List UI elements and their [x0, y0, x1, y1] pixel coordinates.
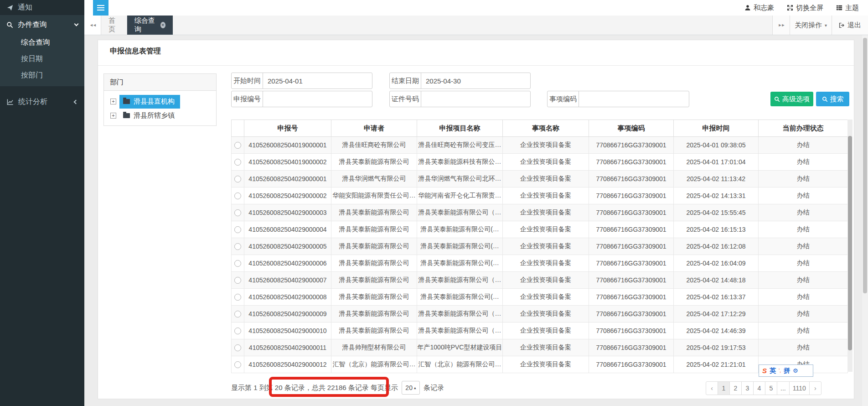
cell-project: 滑县芙泰新能源有限公司（… [417, 204, 503, 221]
row-radio[interactable] [234, 159, 241, 166]
page-scrollbar[interactable] [862, 35, 868, 406]
cell-code: 770866716GG37309001 [589, 187, 674, 204]
cell-code: 770866716GG37309001 [589, 272, 674, 289]
tabbar-right: ►► 关闭操作 ▾ 退出 [772, 16, 868, 35]
sidebar-item-notice[interactable]: 通知 [0, 0, 84, 15]
tabs-scroll-left-button[interactable]: ◄◄ [84, 16, 101, 35]
double-chevron-right-icon: ►► [778, 23, 785, 27]
theme-menu[interactable]: 主题 [836, 4, 859, 12]
scrollbar-thumb[interactable] [848, 136, 852, 350]
row-radio[interactable] [234, 243, 241, 250]
ime-pinyin-toggle[interactable]: 拼 [784, 367, 790, 375]
row-radio[interactable] [234, 361, 241, 368]
cell-item: 企业投资项目备案 [503, 323, 589, 339]
tree-item-wrap[interactable]: 滑县所辖乡镇 [119, 109, 180, 123]
row-radio[interactable] [234, 294, 241, 301]
search-button[interactable]: 搜索 [816, 92, 849, 106]
search-icon [6, 21, 13, 28]
scrollbar-thumb[interactable] [863, 38, 867, 293]
row-radio[interactable] [234, 344, 241, 351]
tab-zonghe-chaxun[interactable]: 综合查询 ✕ [127, 16, 173, 35]
row-radio[interactable] [234, 193, 241, 199]
divider [98, 65, 854, 66]
cell-applicant: 滑县芙泰新能源有限公司 [331, 272, 417, 289]
caret-up-icon: ▴ [414, 385, 416, 390]
page-prev-button[interactable]: ‹ [706, 381, 718, 395]
start-date-input[interactable] [263, 73, 372, 88]
user-menu[interactable]: 和志豪 [744, 4, 774, 12]
row-radio[interactable] [234, 328, 241, 334]
sidebar-item-stats[interactable]: 统计分析 [0, 94, 84, 110]
sidebar-item-zonghe-chaxun[interactable]: 综合查询 [0, 34, 84, 51]
tree-item-county-direct[interactable]: + 滑县县直机构 [110, 94, 216, 109]
cell-applicant: 滑县帅翔型材有限公司 [331, 339, 417, 356]
cell-time: 2025-04-02 16:13:37 [674, 289, 759, 306]
cell-project: 滑县芙泰新能源有限公司(… [417, 289, 503, 306]
table-row[interactable]: 4105260082504029000008滑县芙泰新能源有限公司滑县芙泰新能源… [232, 289, 848, 306]
ime-english-toggle[interactable]: 英 [770, 367, 776, 375]
tab-home[interactable]: 首页 [101, 16, 127, 35]
table-row[interactable]: 4105260082504029000003滑县芙泰新能源有限公司滑县芙泰新能源… [232, 204, 848, 221]
table-row[interactable]: 4105260082504029000004滑县芙泰新能源有限公司滑县芙泰新能源… [232, 221, 848, 238]
page-button-5[interactable]: 5 [765, 381, 777, 395]
expand-plus-icon[interactable]: + [110, 113, 116, 119]
cell-select [232, 255, 244, 272]
cell-select [232, 137, 244, 154]
page-next-button[interactable]: › [809, 381, 822, 395]
sidebar-toggle-button[interactable] [93, 0, 108, 16]
sogou-logo-icon[interactable]: S [762, 367, 767, 375]
ime-punctuation-icon[interactable]: ’, [779, 368, 781, 373]
table-row[interactable]: 4105260082504029000010滑县芙泰新能源有限公司滑县芙泰新能源… [232, 323, 848, 339]
chevron-left-icon [74, 99, 78, 104]
table-row[interactable]: 4105260082504019000001滑县佳旺商砼有限公司滑县佳旺商砼有限… [232, 137, 848, 154]
page-size-dropdown[interactable]: 20 ▴ [402, 381, 420, 395]
table-scrollbar[interactable] [847, 120, 852, 372]
page-button-3[interactable]: 3 [741, 381, 754, 395]
row-radio[interactable] [234, 260, 241, 267]
cell-project: 滑县芙泰新能源有限公司（… [417, 272, 503, 289]
table-row[interactable]: 4105260082504029000005滑县芙泰新能源有限公司滑县芙泰新能源… [232, 238, 848, 255]
table-row[interactable]: 4105260082504029000011滑县帅翔型材有限公司年产1000吨P… [232, 339, 848, 356]
logout-button[interactable]: 退出 [832, 16, 868, 35]
table-row[interactable]: 4105260082504029000009滑县芙泰新能源有限公司滑县芙泰新能源… [232, 306, 848, 323]
row-radio[interactable] [234, 311, 241, 318]
row-radio[interactable] [234, 142, 241, 149]
table-row[interactable]: 4105260082504029000001滑县华润燃气有限公司滑县华润燃气有限… [232, 171, 848, 187]
tree-item-townships[interactable]: + 滑县所辖乡镇 [110, 109, 216, 123]
username: 和志豪 [754, 4, 774, 12]
tab-close-icon[interactable]: ✕ [160, 22, 165, 28]
row-radio[interactable] [234, 209, 241, 216]
advanced-options-button[interactable]: 高级选项 [770, 92, 813, 106]
cell-select [232, 238, 244, 255]
tree-item-highlight[interactable]: 滑县县直机构 [119, 95, 180, 109]
row-radio[interactable] [234, 226, 241, 233]
page-button-4[interactable]: 4 [753, 381, 765, 395]
sidebar-item-banjian-query[interactable]: 办件查询 [0, 15, 84, 34]
table-row[interactable]: 4105260082504029000006滑县芙泰新能源有限公司滑县芙泰新能源… [232, 255, 848, 272]
row-radio[interactable] [234, 277, 241, 284]
sidebar-item-anriqi[interactable]: 按日期 [0, 51, 84, 67]
table-row[interactable]: 4105260082504029000002华能安阳能源有限责任公司…华能河南省… [232, 187, 848, 204]
end-date-input[interactable] [421, 73, 530, 88]
table-row[interactable]: 4105260082504029000012汇智（北京）能源有限公司…汇智（北京… [232, 356, 848, 373]
page-button-2[interactable]: 2 [729, 381, 742, 395]
cert-no-input[interactable] [421, 91, 530, 107]
search-icon [822, 96, 828, 102]
declare-no-input[interactable] [263, 91, 372, 107]
cell-applicant: 滑县华润燃气有限公司 [331, 171, 417, 187]
table-row[interactable]: 4105260082504019000002滑县芙泰新能源有限公司滑县芙泰新能源… [232, 154, 848, 171]
sidebar-item-anbumen[interactable]: 按部门 [0, 67, 84, 83]
cell-select [232, 272, 244, 289]
fullscreen-toggle[interactable]: 切换全屏 [787, 4, 823, 12]
cell-id: 4105260082504029000008 [244, 289, 331, 306]
item-code-input[interactable] [579, 91, 689, 107]
expand-plus-icon[interactable]: + [110, 99, 116, 104]
row-radio[interactable] [234, 176, 241, 182]
gear-icon[interactable]: ⚙ [793, 367, 798, 374]
page-button-1110[interactable]: 1110 [789, 381, 810, 395]
table-row[interactable]: 4105260082504029000007滑县芙泰新能源有限公司滑县芙泰新能源… [232, 272, 848, 289]
cert-no-group: 证件号码 [389, 91, 531, 107]
tabs-scroll-right-button[interactable]: ►► [772, 16, 790, 35]
close-operations-dropdown[interactable]: 关闭操作 ▾ [790, 16, 832, 35]
page-button-1[interactable]: 1 [718, 381, 730, 395]
